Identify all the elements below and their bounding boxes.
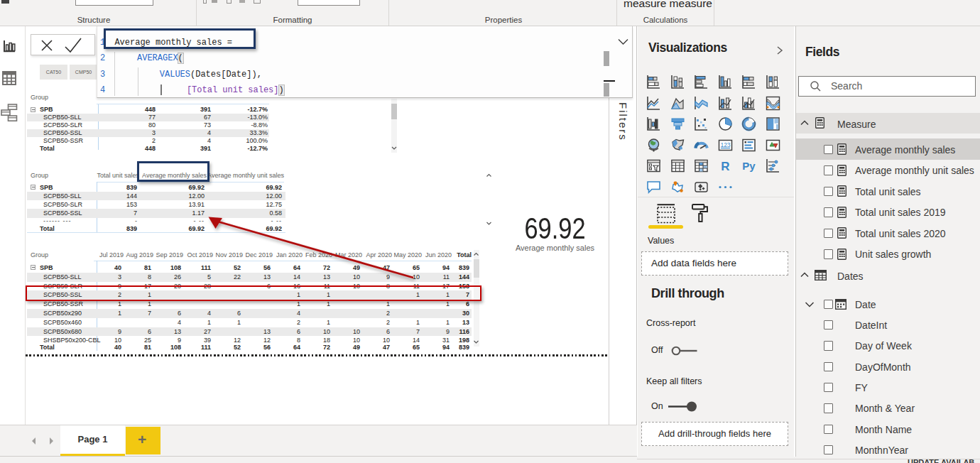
svg-text:R: R <box>721 160 729 173</box>
svg-text:123: 123 <box>720 141 730 148</box>
svg-text:Py: Py <box>742 160 756 172</box>
